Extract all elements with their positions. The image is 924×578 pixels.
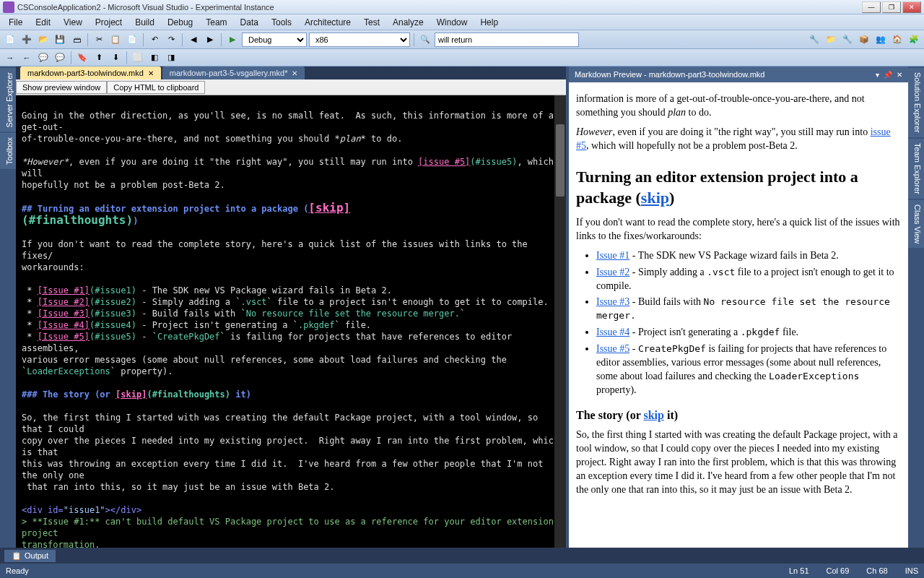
link-issue3[interactable]: Issue #3 bbox=[596, 296, 629, 307]
platform-combo[interactable]: x86 bbox=[309, 33, 410, 47]
heading-h2: Turning an editor extension project into… bbox=[576, 166, 901, 209]
redo-icon[interactable]: ↷ bbox=[164, 33, 178, 47]
scroll-thumb[interactable] bbox=[556, 124, 565, 197]
text: [Issue #1] bbox=[38, 285, 90, 296]
menu-architecture[interactable]: Architecture bbox=[299, 16, 357, 29]
menu-edit[interactable]: Edit bbox=[30, 16, 56, 29]
link-skip[interactable]: skip bbox=[641, 189, 669, 207]
menu-view[interactable]: View bbox=[58, 16, 88, 29]
outdent-icon[interactable]: ← bbox=[19, 51, 34, 65]
toolbox-icon[interactable]: 🔧 bbox=[807, 33, 821, 47]
paste-icon[interactable]: 📄 bbox=[125, 33, 139, 47]
dropdown-icon[interactable]: ▾ bbox=[876, 71, 879, 79]
text: LoaderExceptions bbox=[27, 366, 110, 376]
text: * bbox=[22, 309, 38, 319]
text: (#issue2) bbox=[90, 297, 136, 307]
link-issue1[interactable]: Issue #1 bbox=[596, 250, 629, 261]
list-item: Issue #4 - Project isn't generating a .p… bbox=[596, 326, 901, 340]
undo-icon[interactable]: ↶ bbox=[147, 33, 162, 47]
extension-icon[interactable]: 🧩 bbox=[907, 33, 921, 47]
preview-body[interactable]: information is more of a get-out-of-trou… bbox=[569, 82, 908, 548]
pin-icon[interactable]: 📌 bbox=[884, 71, 892, 79]
start-page-icon[interactable]: 🏠 bbox=[890, 33, 905, 47]
tab-active[interactable]: markdown-part3-toolwindow.mkd ✕ bbox=[20, 66, 161, 79]
new-project-icon[interactable]: 📄 bbox=[3, 33, 17, 47]
window-split-icon[interactable]: ◧ bbox=[147, 51, 162, 65]
window-float-icon[interactable]: ◨ bbox=[164, 51, 178, 65]
link-issue2[interactable]: Issue #2 bbox=[596, 267, 629, 277]
properties-icon[interactable]: 🔧 bbox=[840, 33, 855, 47]
text: (#issue3) bbox=[90, 309, 136, 319]
save-icon[interactable]: 💾 bbox=[53, 33, 67, 47]
nav-fwd-icon[interactable]: ▶ bbox=[203, 33, 217, 47]
solution-explorer-icon[interactable]: 📁 bbox=[824, 33, 838, 47]
add-item-icon[interactable]: ➕ bbox=[19, 33, 34, 47]
link-skip[interactable]: skip bbox=[643, 409, 663, 421]
close-icon[interactable]: ✕ bbox=[292, 69, 297, 77]
nav-back-icon[interactable]: ◀ bbox=[186, 33, 201, 47]
uncomment-icon[interactable]: 💬 bbox=[53, 51, 67, 65]
rail-server-explorer[interactable]: Server Explorer bbox=[0, 68, 16, 131]
menu-help[interactable]: Help bbox=[474, 16, 504, 29]
play-icon[interactable]: ▶ bbox=[225, 33, 240, 47]
menu-tools[interactable]: Tools bbox=[266, 16, 297, 29]
heading: ) bbox=[133, 216, 138, 226]
rail-solution-explorer[interactable]: Solution Explorer bbox=[908, 68, 924, 137]
show-preview-button[interactable]: Show preview window bbox=[16, 81, 107, 94]
team-icon[interactable]: 👥 bbox=[873, 33, 888, 47]
menu-build[interactable]: Build bbox=[129, 16, 160, 29]
copy-icon[interactable]: 📋 bbox=[108, 33, 123, 47]
close-icon[interactable]: ✕ bbox=[897, 71, 902, 79]
text: CreatePkgDef bbox=[157, 332, 220, 342]
editor-toolbar: Show preview window Copy HTML to clipboa… bbox=[16, 79, 566, 95]
menu-data[interactable]: Data bbox=[235, 16, 264, 29]
cut-icon[interactable]: ✂ bbox=[92, 33, 106, 47]
text: - Project isn't generating a ` bbox=[136, 320, 298, 330]
list-item: Issue #2 - Simply adding a .vsct file to… bbox=[596, 266, 901, 293]
text: .pkgdef bbox=[298, 320, 335, 330]
bookmark-next-icon[interactable]: ⬇ bbox=[108, 51, 123, 65]
config-combo[interactable]: Debug bbox=[242, 33, 307, 47]
close-icon[interactable]: ✕ bbox=[148, 69, 154, 77]
vertical-scrollbar[interactable] bbox=[554, 95, 566, 548]
preview-titlebar: Markdown Preview - markdown-part3-toolwi… bbox=[569, 66, 908, 82]
text: ` file to a project isn't enough to get … bbox=[267, 297, 549, 307]
text: If you don't want to read the complete s… bbox=[22, 239, 533, 261]
separator bbox=[414, 33, 414, 46]
maximize-button[interactable]: ❐ bbox=[882, 1, 901, 13]
tab-other[interactable]: markdown-part3-5-vsgallery.mkd* ✕ bbox=[162, 66, 305, 79]
rail-class-view[interactable]: Class View bbox=[908, 200, 924, 248]
comment-icon[interactable]: 💬 bbox=[36, 51, 51, 65]
separator bbox=[182, 33, 183, 46]
menu-debug[interactable]: Debug bbox=[162, 16, 199, 29]
open-icon[interactable]: 📂 bbox=[36, 33, 51, 47]
bookmark-prev-icon[interactable]: ⬆ bbox=[92, 51, 106, 65]
text: So, the first thing I started with was c… bbox=[22, 413, 543, 434]
find-combo[interactable] bbox=[435, 33, 579, 47]
heading: ### The story (or bbox=[22, 389, 116, 400]
window-title: CSConsoleApplication2 - Microsoft Visual… bbox=[17, 3, 862, 12]
link-issue5[interactable]: Issue #5 bbox=[596, 343, 629, 354]
copy-html-button[interactable]: Copy HTML to clipboard bbox=[107, 81, 205, 94]
link-issue4[interactable]: Issue #4 bbox=[596, 327, 629, 337]
object-browser-icon[interactable]: 📦 bbox=[857, 33, 871, 47]
menu-analyze[interactable]: Analyze bbox=[387, 16, 430, 29]
menu-window[interactable]: Window bbox=[431, 16, 474, 29]
rail-toolbox[interactable]: Toolbox bbox=[0, 133, 16, 169]
menu-file[interactable]: File bbox=[3, 16, 28, 29]
bookmark-icon[interactable]: 🔖 bbox=[75, 51, 90, 65]
save-all-icon[interactable]: 🗃 bbox=[69, 33, 84, 47]
minimize-button[interactable]: — bbox=[862, 1, 881, 13]
window-tile-icon[interactable]: ⬜ bbox=[131, 51, 145, 65]
menu-project[interactable]: Project bbox=[90, 16, 128, 29]
text: Going in the other direction, as you'll … bbox=[22, 111, 559, 132]
menu-team[interactable]: Team bbox=[200, 16, 232, 29]
rail-team-explorer[interactable]: Team Explorer bbox=[908, 139, 924, 199]
find-in-files-icon[interactable]: 🔍 bbox=[418, 33, 432, 47]
menu-test[interactable]: Test bbox=[358, 16, 385, 29]
toolbar-main: 📄 ➕ 📂 💾 🗃 ✂ 📋 📄 ↶ ↷ ◀ ▶ ▶ Debug x86 🔍 🔧 … bbox=[0, 30, 924, 49]
close-button[interactable]: ✕ bbox=[902, 1, 921, 13]
indent-icon[interactable]: → bbox=[3, 51, 17, 65]
code-editor[interactable]: Going in the other direction, as you'll … bbox=[16, 95, 566, 548]
output-tab[interactable]: 📋 Output bbox=[4, 550, 56, 562]
